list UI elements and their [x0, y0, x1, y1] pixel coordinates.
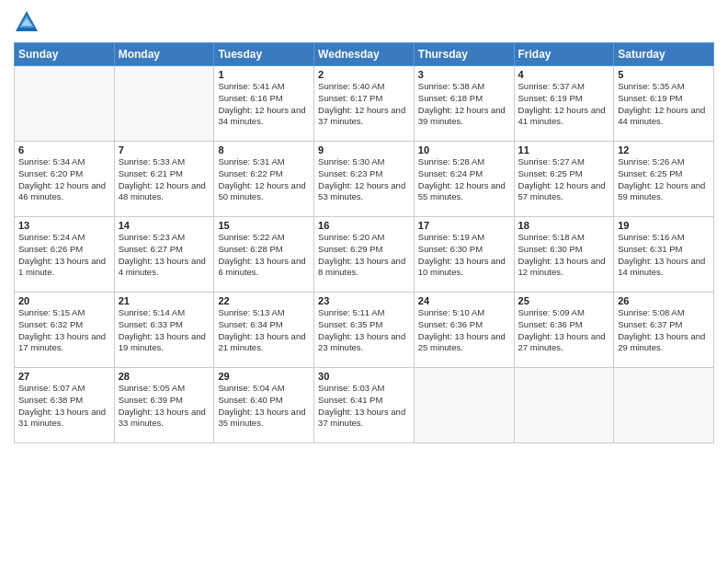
calendar-cell: 9Sunrise: 5:30 AM Sunset: 6:23 PM Daylig… [314, 142, 415, 217]
calendar-cell: 27Sunrise: 5:07 AM Sunset: 6:38 PM Dayli… [15, 368, 115, 443]
calendar-cell: 13Sunrise: 5:24 AM Sunset: 6:26 PM Dayli… [15, 217, 115, 293]
calendar-cell: 7Sunrise: 5:33 AM Sunset: 6:21 PM Daylig… [114, 142, 214, 217]
calendar-cell: 18Sunrise: 5:18 AM Sunset: 6:30 PM Dayli… [514, 217, 614, 293]
calendar-week-row: 1Sunrise: 5:41 AM Sunset: 6:16 PM Daylig… [15, 66, 714, 142]
calendar-cell: 16Sunrise: 5:20 AM Sunset: 6:29 PM Dayli… [314, 217, 415, 293]
day-number: 14 [119, 220, 210, 231]
day-number: 12 [618, 144, 710, 155]
day-info: Sunrise: 5:15 AM Sunset: 6:32 PM Dayligh… [18, 307, 110, 354]
day-info: Sunrise: 5:37 AM Sunset: 6:19 PM Dayligh… [518, 81, 610, 128]
calendar-cell [614, 368, 714, 443]
day-info: Sunrise: 5:27 AM Sunset: 6:25 PM Dayligh… [518, 156, 610, 203]
day-number: 26 [618, 295, 710, 306]
calendar-cell: 26Sunrise: 5:08 AM Sunset: 6:37 PM Dayli… [614, 293, 714, 368]
calendar-cell [514, 368, 614, 443]
calendar-cell [414, 368, 514, 443]
day-number: 22 [218, 295, 310, 306]
day-info: Sunrise: 5:04 AM Sunset: 6:40 PM Dayligh… [218, 383, 310, 430]
day-number: 13 [18, 220, 110, 231]
day-number: 16 [318, 220, 410, 231]
day-number: 20 [18, 295, 110, 306]
day-info: Sunrise: 5:20 AM Sunset: 6:29 PM Dayligh… [318, 232, 410, 279]
logo-icon [14, 9, 40, 35]
column-header-sunday: Sunday [15, 43, 115, 66]
calendar-week-row: 13Sunrise: 5:24 AM Sunset: 6:26 PM Dayli… [15, 217, 714, 293]
day-info: Sunrise: 5:35 AM Sunset: 6:19 PM Dayligh… [618, 81, 710, 128]
header [14, 9, 714, 35]
calendar-cell: 2Sunrise: 5:40 AM Sunset: 6:17 PM Daylig… [314, 66, 415, 142]
day-info: Sunrise: 5:13 AM Sunset: 6:34 PM Dayligh… [218, 307, 310, 354]
column-header-friday: Friday [514, 43, 614, 66]
day-info: Sunrise: 5:40 AM Sunset: 6:17 PM Dayligh… [318, 81, 410, 128]
calendar-cell: 29Sunrise: 5:04 AM Sunset: 6:40 PM Dayli… [214, 368, 314, 443]
page: SundayMondayTuesdayWednesdayThursdayFrid… [0, 0, 728, 563]
day-number: 10 [418, 144, 510, 155]
logo [14, 9, 43, 35]
day-number: 3 [418, 69, 510, 80]
calendar-cell: 8Sunrise: 5:31 AM Sunset: 6:22 PM Daylig… [214, 142, 314, 217]
calendar-cell: 5Sunrise: 5:35 AM Sunset: 6:19 PM Daylig… [614, 66, 714, 142]
day-number: 24 [418, 295, 510, 306]
day-info: Sunrise: 5:19 AM Sunset: 6:30 PM Dayligh… [418, 232, 510, 279]
day-number: 30 [318, 371, 410, 382]
calendar-cell: 1Sunrise: 5:41 AM Sunset: 6:16 PM Daylig… [214, 66, 314, 142]
day-info: Sunrise: 5:14 AM Sunset: 6:33 PM Dayligh… [119, 307, 210, 354]
day-number: 7 [119, 144, 210, 155]
day-number: 18 [518, 220, 610, 231]
day-number: 28 [119, 371, 210, 382]
calendar-cell: 6Sunrise: 5:34 AM Sunset: 6:20 PM Daylig… [15, 142, 115, 217]
day-number: 25 [518, 295, 610, 306]
calendar-cell: 28Sunrise: 5:05 AM Sunset: 6:39 PM Dayli… [114, 368, 214, 443]
day-number: 5 [618, 69, 710, 80]
calendar-cell: 3Sunrise: 5:38 AM Sunset: 6:18 PM Daylig… [414, 66, 514, 142]
day-number: 21 [119, 295, 210, 306]
day-info: Sunrise: 5:24 AM Sunset: 6:26 PM Dayligh… [18, 232, 110, 279]
column-header-monday: Monday [114, 43, 214, 66]
calendar-cell: 22Sunrise: 5:13 AM Sunset: 6:34 PM Dayli… [214, 293, 314, 368]
calendar-week-row: 6Sunrise: 5:34 AM Sunset: 6:20 PM Daylig… [15, 142, 714, 217]
calendar-cell: 20Sunrise: 5:15 AM Sunset: 6:32 PM Dayli… [15, 293, 115, 368]
calendar-week-row: 27Sunrise: 5:07 AM Sunset: 6:38 PM Dayli… [15, 368, 714, 443]
day-info: Sunrise: 5:09 AM Sunset: 6:36 PM Dayligh… [518, 307, 610, 354]
day-number: 23 [318, 295, 410, 306]
day-number: 4 [518, 69, 610, 80]
calendar-cell [15, 66, 115, 142]
day-number: 17 [418, 220, 510, 231]
calendar-table: SundayMondayTuesdayWednesdayThursdayFrid… [14, 42, 714, 443]
day-number: 1 [218, 69, 310, 80]
day-info: Sunrise: 5:30 AM Sunset: 6:23 PM Dayligh… [318, 156, 410, 203]
day-info: Sunrise: 5:11 AM Sunset: 6:35 PM Dayligh… [318, 307, 410, 354]
calendar-header-row: SundayMondayTuesdayWednesdayThursdayFrid… [15, 43, 714, 66]
calendar-week-row: 20Sunrise: 5:15 AM Sunset: 6:32 PM Dayli… [15, 293, 714, 368]
day-info: Sunrise: 5:23 AM Sunset: 6:27 PM Dayligh… [119, 232, 210, 279]
day-info: Sunrise: 5:34 AM Sunset: 6:20 PM Dayligh… [18, 156, 110, 203]
day-info: Sunrise: 5:16 AM Sunset: 6:31 PM Dayligh… [618, 232, 710, 279]
calendar-cell: 24Sunrise: 5:10 AM Sunset: 6:36 PM Dayli… [414, 293, 514, 368]
calendar-cell: 15Sunrise: 5:22 AM Sunset: 6:28 PM Dayli… [214, 217, 314, 293]
day-info: Sunrise: 5:22 AM Sunset: 6:28 PM Dayligh… [218, 232, 310, 279]
day-info: Sunrise: 5:31 AM Sunset: 6:22 PM Dayligh… [218, 156, 310, 203]
day-info: Sunrise: 5:38 AM Sunset: 6:18 PM Dayligh… [418, 81, 510, 128]
calendar-cell: 23Sunrise: 5:11 AM Sunset: 6:35 PM Dayli… [314, 293, 415, 368]
calendar-cell: 11Sunrise: 5:27 AM Sunset: 6:25 PM Dayli… [514, 142, 614, 217]
day-info: Sunrise: 5:08 AM Sunset: 6:37 PM Dayligh… [618, 307, 710, 354]
day-info: Sunrise: 5:41 AM Sunset: 6:16 PM Dayligh… [218, 81, 310, 128]
day-info: Sunrise: 5:18 AM Sunset: 6:30 PM Dayligh… [518, 232, 610, 279]
calendar-cell: 4Sunrise: 5:37 AM Sunset: 6:19 PM Daylig… [514, 66, 614, 142]
day-number: 15 [218, 220, 310, 231]
day-number: 19 [618, 220, 710, 231]
day-info: Sunrise: 5:33 AM Sunset: 6:21 PM Dayligh… [119, 156, 210, 203]
day-info: Sunrise: 5:10 AM Sunset: 6:36 PM Dayligh… [418, 307, 510, 354]
calendar-cell: 25Sunrise: 5:09 AM Sunset: 6:36 PM Dayli… [514, 293, 614, 368]
day-info: Sunrise: 5:28 AM Sunset: 6:24 PM Dayligh… [418, 156, 510, 203]
day-number: 6 [18, 144, 110, 155]
calendar-cell: 10Sunrise: 5:28 AM Sunset: 6:24 PM Dayli… [414, 142, 514, 217]
column-header-thursday: Thursday [414, 43, 514, 66]
calendar-cell: 14Sunrise: 5:23 AM Sunset: 6:27 PM Dayli… [114, 217, 214, 293]
day-number: 27 [18, 371, 110, 382]
day-info: Sunrise: 5:26 AM Sunset: 6:25 PM Dayligh… [618, 156, 710, 203]
day-number: 8 [218, 144, 310, 155]
calendar-cell: 12Sunrise: 5:26 AM Sunset: 6:25 PM Dayli… [614, 142, 714, 217]
column-header-tuesday: Tuesday [214, 43, 314, 66]
calendar-cell [114, 66, 214, 142]
